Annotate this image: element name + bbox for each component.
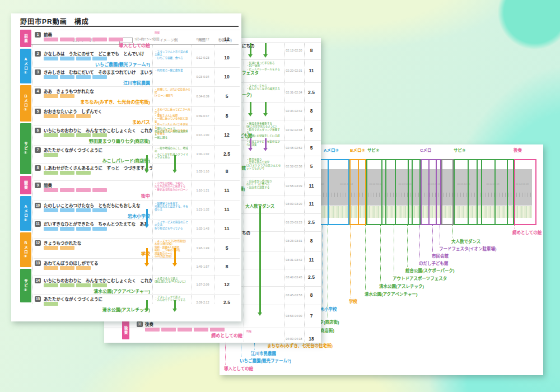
continue-arrow — [248, 43, 253, 58]
tempo-bars — [145, 328, 225, 332]
time-range: 0:12-0:23 — [192, 56, 214, 59]
time-range: 02:42-02:48 — [283, 128, 305, 132]
timeline-section-box-cmelo — [421, 159, 441, 225]
continue-arrow — [263, 138, 268, 151]
image-idea-note: ・水場で全力で遊ぶ (服は濡れてもOKみたいに) — [155, 277, 190, 283]
location-label-fragment: ども館 — [240, 132, 253, 138]
time-range: 02:20-02:31 — [283, 69, 305, 72]
tempo-bars — [44, 266, 91, 270]
lyric-text: おおきなたいよう しずんでく — [44, 108, 152, 114]
time-range: 03:45-03:53 — [283, 293, 305, 297]
title-rule — [20, 26, 239, 27]
time-range: 03:53-04:00 — [283, 314, 305, 318]
timeline-section-label: Aメロ② — [324, 147, 339, 153]
row-number-chip: 5 — [35, 109, 41, 114]
time-range: 1:49-1:57 — [192, 265, 214, 268]
time-range: 03:31-03:42 — [283, 258, 305, 262]
seconds-value: 10 — [214, 55, 240, 60]
location-label-fragment: フェスタ — [242, 69, 259, 76]
leader-line — [394, 225, 394, 274]
row-number-chip: 12 — [35, 240, 41, 246]
lyric-text: 前奏 — [44, 31, 152, 38]
row-number-chip: 3 — [35, 69, 41, 75]
image-idea-note: ・舞台を囲う ・会場を囲んで見学 (カラオケクラブの皆さんとセットでもよい?) — [246, 158, 281, 170]
time-range: 1:00-1:02 — [192, 152, 214, 156]
section-band-outro: 後奏 — [122, 321, 129, 339]
location-label: 清水公園(アスレチック) — [102, 306, 150, 312]
leader-line — [440, 225, 440, 245]
outro-title: 後奏 — [145, 321, 153, 327]
time-range: 0:34-0:39 — [192, 95, 214, 98]
seconds-value: 5 — [214, 245, 240, 251]
seconds-value: 8 — [304, 48, 319, 53]
timeline-section-box-sabi3 — [454, 159, 514, 225]
timeline-section-label: 後奏 — [514, 147, 522, 153]
time-range: 02:58-03:09 — [283, 184, 305, 188]
timeline-label: 総合公園(スケボーパーク) — [405, 267, 454, 273]
time-range: 02:34-02:42 — [283, 109, 305, 113]
row-number-chip: 6 — [35, 128, 41, 133]
tempo-bars — [44, 283, 107, 287]
timeline-label: 清水公園(アクアベンチャー) — [365, 291, 417, 297]
section-band: Aメロ② — [20, 196, 31, 231]
table-row: 6 いちにちのおわりに みんなでかこむしょくたく これからも 野田夏まつり踊り七… — [34, 125, 240, 145]
seconds-value: 10 — [214, 74, 240, 80]
seconds-value: 12 — [214, 132, 240, 138]
lyric-text: あわてんぼうのほしがでてる — [44, 260, 152, 266]
section-band: Aメロ① — [20, 49, 31, 83]
seconds-value: 2.5 — [214, 300, 240, 305]
seconds-value: 18 — [304, 336, 319, 342]
row-number-chip: 14 — [35, 278, 41, 283]
leader-line — [452, 225, 453, 237]
table-row: 3 さみしさは むねにだいて そのままつれていけ まいうえい 江川市民農園 ・利… — [34, 67, 240, 86]
lyric-fragment: ちの — [242, 230, 250, 236]
timeline-section-label: サビ② — [367, 147, 379, 153]
image-idea-note: 時報 — [246, 330, 281, 333]
seconds-value: 11 — [214, 207, 240, 212]
timeline-label: 江川市民農園 — [251, 350, 276, 356]
tempo-bars — [44, 188, 107, 192]
seconds-value: 7 — [304, 313, 319, 319]
table-row: 7 あたたかくながくつづくように みこしパレード(商店街) ・一般や地域のみこし… — [34, 145, 240, 163]
time-range: 02:48-02:52 — [283, 146, 305, 150]
continue-arrow — [144, 300, 150, 312]
time-range: 1:10-1:21 — [192, 189, 214, 192]
lyric-text: しあわせがたくさんあるように ずっと つづきますように — [44, 165, 152, 171]
timeline-section-box-bridge — [441, 159, 454, 225]
image-idea-note: ・俯瞰して、きれいな街並みの絵 (ドローン撮影?) — [155, 88, 190, 97]
desk-background: Aメロ② Bメロ② サビ② Cメロ サビ③ 後奏 00:01:36:02 00:… — [0, 0, 560, 392]
lyric-text: あたたかくながくつづくように — [44, 147, 152, 153]
tempo-bars — [44, 302, 58, 306]
time-range: 1:32-1:43 — [192, 227, 214, 230]
continue-arrow — [263, 43, 268, 58]
seconds-value: 11 — [214, 226, 240, 231]
seconds-value: 2.5 — [304, 274, 319, 280]
table-row: 12 きょうもつかれたな 学校 ・キッズクラブ(2か所程度) お昼:川間(学校)… — [34, 238, 240, 258]
time-range: 0:39-0:47 — [192, 114, 214, 118]
seconds-value: 8 — [304, 238, 319, 244]
seconds-value: 11 — [304, 201, 319, 207]
lyric-text: きょうもつかれたな — [44, 240, 152, 246]
time-range: 04:00-04:18 — [283, 337, 305, 340]
image-idea-note: ・出店者から受け取り おいしそうに食べる ・出店者と談笑する — [246, 180, 281, 189]
leader-line — [407, 225, 408, 267]
timeline-label: 大人数でダンス — [451, 238, 480, 244]
seconds-value: 5 — [304, 145, 319, 151]
tempo-bars — [44, 133, 107, 137]
location-label: まちなみ(みずき、七光台の住宅街) — [80, 99, 150, 105]
timeline-section-box-outro — [514, 159, 536, 225]
continue-arrow — [248, 102, 253, 116]
time-range: 02:12-02:20 — [283, 49, 305, 52]
location-label: 江川市民農園 — [123, 80, 150, 86]
page-title: 野田市PR動画 構成 — [20, 16, 89, 26]
tempo-bars — [44, 114, 91, 118]
timeline-label: いちご農園(観光ファーム?) — [240, 357, 291, 363]
row-number-chip: 9 — [35, 183, 41, 188]
section-band: 前奏 — [20, 30, 31, 47]
location-label: まめバス — [132, 119, 150, 125]
leader-line — [365, 225, 366, 290]
table-row: 13 あわてんぼうのほしがでてる 1:49-1:57 8 — [34, 258, 240, 276]
table-row: 9 間奏 街中 ・小学生が登校、下校中、 先生や近所の人に挨拶する ・歴史ある町… — [34, 180, 240, 200]
leader-line — [328, 225, 328, 318]
lyric-text: あたたかくながくつづくように — [44, 296, 152, 302]
